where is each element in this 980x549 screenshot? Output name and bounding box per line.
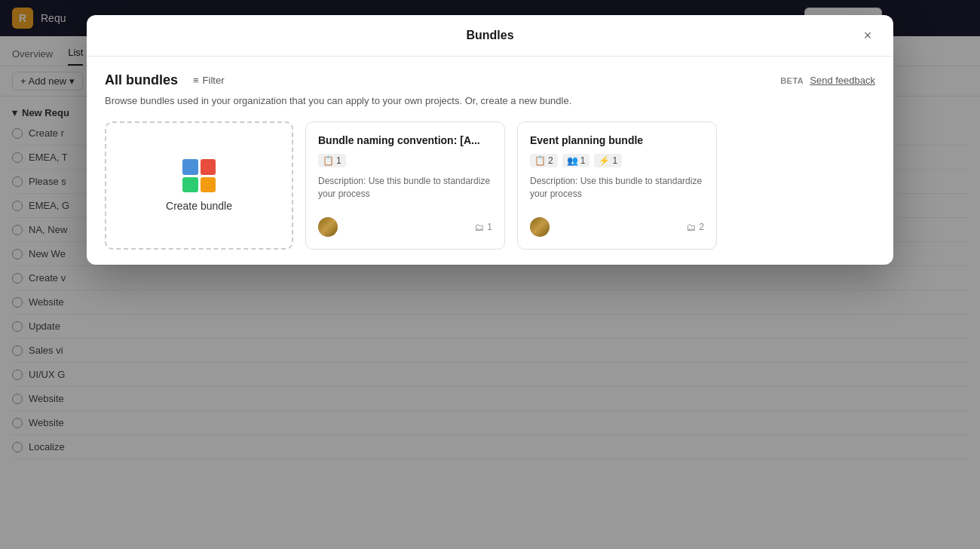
count-value-2: 2: [699, 222, 704, 232]
avatar-image: [318, 217, 338, 237]
bundle-card-2[interactable]: Event planning bundle 📋 2 👥 1 ⚡ 1: [517, 121, 717, 250]
send-feedback-link[interactable]: Send feedback: [810, 75, 875, 86]
tag-count-2a: 2: [548, 155, 553, 166]
tag-icon-2a: 📋: [534, 155, 546, 166]
bundle-tag-2c: ⚡ 1: [594, 154, 622, 167]
icon-cell-green: [182, 177, 198, 193]
bundles-title-row: All bundles ≡ Filter: [105, 72, 231, 89]
modal-body: All bundles ≡ Filter BETA Send feedback …: [87, 57, 893, 265]
filter-button[interactable]: ≡ Filter: [187, 72, 230, 89]
bundle-card-2-avatar: [530, 217, 550, 237]
filter-icon: ≡: [193, 75, 199, 86]
tag-icon-list: 📋: [323, 155, 334, 166]
modal-title: Bundles: [466, 29, 513, 42]
bundle-card-2-count: 🗂 2: [686, 222, 704, 233]
bundle-card-2-title: Event planning bundle: [530, 134, 704, 146]
bundle-card-2-desc: Description: Use this bundle to standard…: [530, 175, 704, 201]
bundle-card-1-count: 🗂 1: [474, 222, 492, 233]
modal-header: Bundles ×: [87, 15, 893, 57]
tag-count-2c: 1: [612, 155, 617, 166]
count-value-1: 1: [487, 222, 492, 232]
icon-cell-orange: [201, 177, 216, 193]
bundle-card-1-avatar: [318, 217, 338, 237]
beta-badge: BETA: [780, 76, 804, 85]
icon-cell-red: [201, 159, 216, 175]
close-button[interactable]: ×: [857, 25, 878, 46]
bundles-grid: Create bundle Bundle naming convention: …: [105, 121, 875, 250]
tag-count-2b: 1: [580, 155, 586, 166]
bundles-heading: All bundles: [105, 72, 178, 88]
count-icon-1: 🗂: [474, 222, 484, 233]
bundles-modal: Bundles × All bundles ≡ Filter BETA Send…: [87, 15, 893, 265]
tag-icon-2b: 👥: [567, 155, 578, 166]
modal-overlay: Bundles × All bundles ≡ Filter BETA Send…: [0, 0, 980, 549]
create-icon-grid: [182, 159, 216, 192]
tag-count-1: 1: [336, 155, 341, 166]
bundle-card-1-desc: Description: Use this bundle to standard…: [318, 175, 492, 201]
bundles-header: All bundles ≡ Filter BETA Send feedback: [105, 72, 875, 89]
bundle-card-1[interactable]: Bundle naming convention: [A... 📋 1 Desc…: [305, 121, 505, 250]
icon-cell-blue: [182, 159, 198, 175]
bundle-tag-2a: 📋 2: [530, 154, 558, 167]
bundle-card-2-footer: 🗂 2: [530, 217, 704, 237]
avatar-image-2: [530, 217, 550, 237]
count-icon-2: 🗂: [686, 222, 696, 233]
bundle-card-2-tags: 📋 2 👥 1 ⚡ 1: [530, 154, 704, 167]
tag-icon-2c: ⚡: [599, 155, 610, 166]
bundle-tag-2b: 👥 1: [562, 154, 590, 167]
bundle-tag-1: 📋 1: [318, 154, 346, 167]
bundles-description: Browse bundles used in your organization…: [105, 95, 875, 106]
beta-area: BETA Send feedback: [780, 75, 875, 86]
bundle-card-1-footer: 🗂 1: [318, 217, 492, 237]
create-bundle-label: Create bundle: [166, 200, 232, 212]
bundle-card-1-tags: 📋 1: [318, 154, 492, 167]
bundle-card-1-title: Bundle naming convention: [A...: [318, 134, 492, 146]
create-bundle-card[interactable]: Create bundle: [105, 121, 293, 250]
